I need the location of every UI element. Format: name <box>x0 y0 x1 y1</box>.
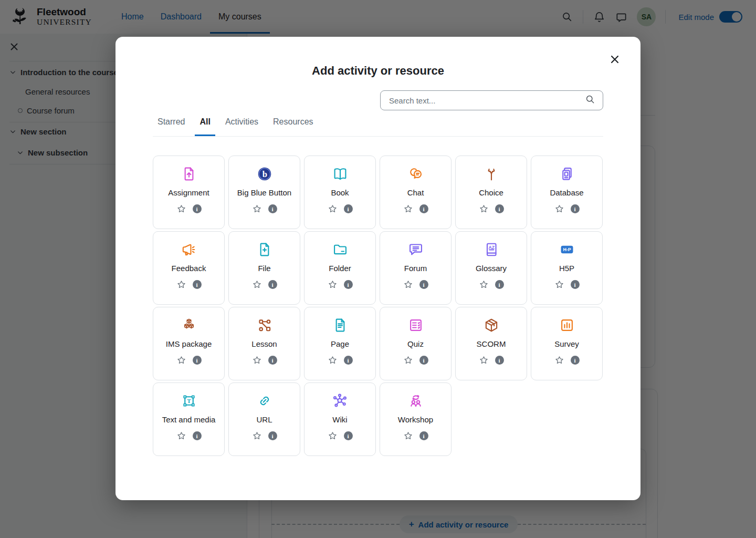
activity-grid: AssignmentibBig Blue ButtoniBookiChatiCh… <box>153 156 603 456</box>
star-icon[interactable] <box>176 355 186 365</box>
star-icon[interactable] <box>176 204 186 214</box>
info-icon[interactable]: i <box>193 280 202 289</box>
activity-label[interactable]: SCORM <box>477 339 506 348</box>
tab-activities[interactable]: Activities <box>220 112 263 136</box>
activity-card-wiki[interactable]: Wikii <box>304 382 376 456</box>
info-icon[interactable]: i <box>419 280 428 289</box>
tab-starred[interactable]: Starred <box>153 112 190 136</box>
star-icon[interactable] <box>328 280 338 289</box>
star-icon[interactable] <box>252 204 262 214</box>
info-icon[interactable]: i <box>571 204 580 213</box>
star-icon[interactable] <box>403 355 413 365</box>
info-icon[interactable]: i <box>268 356 277 365</box>
activity-card-glossary[interactable]: AZGlossaryi <box>455 231 527 305</box>
activity-label[interactable]: Folder <box>329 264 351 273</box>
activity-label[interactable]: Choice <box>479 188 503 197</box>
activity-label[interactable]: IMS package <box>166 339 212 348</box>
activity-card-bigbluebutton[interactable]: bBig Blue Buttoni <box>228 156 300 229</box>
star-icon[interactable] <box>252 280 262 289</box>
activity-label[interactable]: Assignment <box>168 188 209 197</box>
activity-label[interactable]: Text and media <box>162 415 216 424</box>
activity-label[interactable]: Chat <box>407 188 424 197</box>
activity-card-folder[interactable]: Folderi <box>304 231 376 305</box>
activity-label[interactable]: Forum <box>404 264 427 273</box>
activity-label[interactable]: Book <box>331 188 349 197</box>
tab-resources[interactable]: Resources <box>268 112 318 136</box>
star-icon[interactable] <box>252 431 262 441</box>
info-icon[interactable]: i <box>193 431 202 440</box>
star-icon[interactable] <box>252 355 262 365</box>
star-icon[interactable] <box>328 355 338 365</box>
info-icon[interactable]: i <box>419 204 428 213</box>
activity-card-h5p[interactable]: H-PH5Pi <box>531 231 603 305</box>
card-actions: i <box>403 204 428 214</box>
info-icon[interactable]: i <box>193 356 202 365</box>
info-icon[interactable]: i <box>268 280 277 289</box>
activity-label[interactable]: Page <box>331 339 349 348</box>
info-icon[interactable]: i <box>495 204 504 213</box>
tab-all[interactable]: All <box>195 112 215 136</box>
activity-card-url[interactable]: URLi <box>228 382 300 456</box>
activity-label[interactable]: Quiz <box>407 339 424 348</box>
star-icon[interactable] <box>479 355 489 365</box>
info-icon[interactable]: i <box>495 280 504 289</box>
info-icon[interactable]: i <box>344 280 353 289</box>
card-actions: i <box>479 280 504 289</box>
activity-label[interactable]: Database <box>550 188 583 197</box>
activity-label[interactable]: Wiki <box>332 415 347 424</box>
activity-card-database[interactable]: Databasei <box>531 156 603 229</box>
star-icon[interactable] <box>328 431 338 441</box>
search-icon[interactable] <box>585 94 595 107</box>
info-icon[interactable]: i <box>268 431 277 440</box>
star-icon[interactable] <box>328 204 338 214</box>
activity-card-quiz[interactable]: Quizi <box>380 307 452 380</box>
activity-card-lesson[interactable]: Lessoni <box>228 307 300 380</box>
star-icon[interactable] <box>479 280 489 289</box>
search-input[interactable] <box>381 96 585 105</box>
star-icon[interactable] <box>554 355 564 365</box>
activity-card-forum[interactable]: Forumi <box>380 231 452 305</box>
info-icon[interactable]: i <box>193 204 202 213</box>
activity-label[interactable]: Big Blue Button <box>237 188 291 197</box>
info-icon[interactable]: i <box>344 356 353 365</box>
info-icon[interactable]: i <box>419 431 428 440</box>
star-icon[interactable] <box>554 280 564 289</box>
activity-card-page[interactable]: Pagei <box>304 307 376 380</box>
modal-close-icon[interactable] <box>609 54 621 65</box>
star-icon[interactable] <box>403 280 413 289</box>
activity-card-feedback[interactable]: Feedbacki <box>153 231 225 305</box>
activity-label[interactable]: Survey <box>554 339 579 348</box>
activity-card-assignment[interactable]: Assignmenti <box>153 156 225 229</box>
activity-card-survey[interactable]: Surveyi <box>531 307 603 380</box>
card-actions: i <box>403 280 428 289</box>
star-icon[interactable] <box>176 280 186 289</box>
activity-card-textmedia[interactable]: TText and mediai <box>153 382 225 456</box>
activity-label[interactable]: Feedback <box>172 264 206 273</box>
info-icon[interactable]: i <box>268 204 277 213</box>
activity-label[interactable]: H5P <box>559 264 574 273</box>
star-icon[interactable] <box>403 431 413 441</box>
activity-card-choice[interactable]: Choicei <box>455 156 527 229</box>
info-icon[interactable]: i <box>495 356 504 365</box>
activity-label[interactable]: Workshop <box>398 415 433 424</box>
activity-card-scorm[interactable]: SCORMi <box>455 307 527 380</box>
star-icon[interactable] <box>554 204 564 214</box>
file-icon <box>256 241 273 258</box>
star-icon[interactable] <box>403 204 413 214</box>
activity-label[interactable]: Lesson <box>251 339 277 348</box>
activity-label[interactable]: Glossary <box>476 264 507 273</box>
activity-label[interactable]: URL <box>256 415 272 424</box>
info-icon[interactable]: i <box>419 356 428 365</box>
activity-card-book[interactable]: Booki <box>304 156 376 229</box>
info-icon[interactable]: i <box>344 204 353 213</box>
info-icon[interactable]: i <box>571 280 580 289</box>
activity-card-workshop[interactable]: Workshopi <box>380 382 452 456</box>
activity-label[interactable]: File <box>258 264 270 273</box>
activity-card-chat[interactable]: Chati <box>380 156 452 229</box>
star-icon[interactable] <box>479 204 489 214</box>
info-icon[interactable]: i <box>571 356 580 365</box>
activity-card-ims[interactable]: IMS packagei <box>153 307 225 380</box>
activity-card-file[interactable]: Filei <box>228 231 300 305</box>
info-icon[interactable]: i <box>344 431 353 440</box>
star-icon[interactable] <box>176 431 186 441</box>
